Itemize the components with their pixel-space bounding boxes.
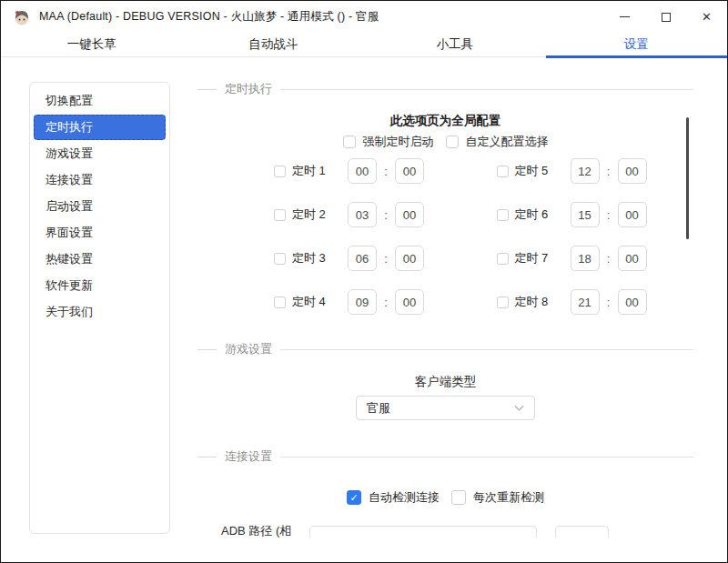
client-type-dropdown[interactable]: 官服: [356, 396, 535, 420]
timer-5-label: 定时 5: [515, 163, 571, 179]
sidebar-item-switch-config[interactable]: 切换配置: [34, 88, 166, 114]
tab-farming[interactable]: 一键长草: [1, 33, 183, 56]
timer-6-hour-input[interactable]: [571, 202, 600, 227]
section-header-connection: 连接设置: [197, 449, 693, 464]
divider: [280, 89, 693, 90]
maximize-icon: [662, 13, 671, 22]
sidebar-item-interface[interactable]: 界面设置: [34, 220, 166, 246]
timer-5-minute-input[interactable]: [618, 158, 647, 184]
force-scheduled-start-option[interactable]: 强制定时启动: [343, 134, 434, 150]
redetect-every-time-checkbox[interactable]: [451, 490, 466, 505]
timer-1-minute-input[interactable]: [395, 158, 424, 184]
timer-5-checkbox[interactable]: [497, 166, 509, 177]
timer-7-checkbox[interactable]: [497, 253, 509, 265]
sidebar-item-startup[interactable]: 启动设置: [34, 194, 166, 219]
settings-sidebar: 切换配置 定时执行 游戏设置 连接设置 启动设置 界面设置 热键设置 软件更新 …: [29, 82, 170, 534]
timer-grid: 定时 1 : 定时 5 : 定时 2 : 定时 6: [274, 158, 693, 315]
timer-3-minute-input[interactable]: [395, 246, 424, 271]
timer-4-hour-input[interactable]: [348, 289, 377, 315]
timer-row-7: 定时 7 :: [497, 246, 694, 271]
tab-tools[interactable]: 小工具: [364, 33, 546, 56]
timer-3-hour-input[interactable]: [348, 246, 377, 271]
app-logo-icon: [13, 8, 31, 26]
minimize-button[interactable]: [604, 1, 645, 33]
timer-2-checkbox[interactable]: [274, 209, 286, 221]
colon-separator: :: [377, 208, 395, 222]
colon-separator: :: [600, 165, 618, 178]
redetect-every-time-label: 每次重新检测: [473, 489, 544, 506]
colon-separator: :: [600, 252, 618, 266]
maximize-button[interactable]: [645, 1, 686, 33]
timer-3-checkbox[interactable]: [274, 253, 286, 265]
colon-separator: :: [377, 165, 395, 178]
section-title: 连接设置: [225, 448, 272, 465]
close-button[interactable]: ✕: [686, 1, 727, 33]
scrollbar-thumb[interactable]: [686, 117, 689, 239]
timer-8-hour-input[interactable]: [571, 289, 600, 315]
timer-8-minute-input[interactable]: [618, 289, 647, 315]
sidebar-item-game-settings[interactable]: 游戏设置: [34, 141, 166, 166]
timer-4-checkbox[interactable]: [274, 297, 286, 308]
global-config-note: 此选项页为全局配置: [197, 113, 693, 129]
timer-2-hour-input[interactable]: [348, 202, 377, 227]
colon-separator: :: [377, 252, 395, 266]
section-header-game: 游戏设置: [197, 342, 693, 357]
timer-option-row: 强制定时启动 自定义配置选择: [197, 135, 693, 149]
auto-detect-connection-checkbox[interactable]: [347, 490, 361, 505]
section-header-timer: 定时执行: [197, 82, 693, 96]
timer-2-minute-input[interactable]: [395, 202, 424, 227]
sidebar-item-timer[interactable]: 定时执行: [34, 115, 166, 140]
adb-path-row: ADB 路径 (相: [197, 521, 693, 538]
timer-5-hour-input[interactable]: [571, 158, 600, 184]
timer-4-minute-input[interactable]: [395, 289, 424, 315]
timer-8-checkbox[interactable]: [497, 297, 509, 308]
timer-row-6: 定时 6 :: [497, 202, 694, 227]
timer-row-2: 定时 2 :: [274, 202, 471, 227]
adb-path-input[interactable]: [309, 526, 537, 538]
main-tab-bar: 一键长草 自动战斗 小工具 设置: [1, 33, 727, 57]
timer-1-hour-input[interactable]: [348, 158, 377, 184]
timer-7-minute-input[interactable]: [618, 246, 647, 271]
colon-separator: :: [600, 296, 618, 309]
timer-2-label: 定时 2: [292, 206, 348, 223]
window-title: MAA (Default) - DEBUG VERSION - 火山旅梦 - 通…: [39, 9, 379, 25]
force-scheduled-start-checkbox[interactable]: [343, 136, 356, 148]
custom-config-select-option[interactable]: 自定义配置选择: [446, 134, 549, 150]
section-title: 定时执行: [225, 81, 272, 97]
close-icon: ✕: [702, 11, 712, 23]
custom-config-select-checkbox[interactable]: [446, 136, 459, 148]
section-title: 游戏设置: [225, 341, 272, 357]
colon-separator: :: [377, 296, 395, 309]
divider: [280, 349, 693, 350]
divider: [197, 89, 217, 90]
sidebar-item-connection[interactable]: 连接设置: [34, 167, 166, 193]
auto-detect-connection-option[interactable]: 自动检测连接: [347, 489, 440, 506]
timer-row-3: 定时 3 :: [274, 246, 471, 271]
colon-separator: :: [600, 208, 618, 222]
timer-7-hour-input[interactable]: [571, 246, 600, 271]
tab-copilot[interactable]: 自动战斗: [183, 33, 365, 56]
adb-browse-button[interactable]: [555, 526, 609, 538]
redetect-every-time-option[interactable]: 每次重新检测: [451, 489, 544, 506]
timer-4-label: 定时 4: [292, 294, 348, 310]
sidebar-item-software-update[interactable]: 软件更新: [34, 273, 166, 298]
divider: [280, 457, 693, 457]
force-scheduled-start-label: 强制定时启动: [363, 134, 434, 150]
timer-6-checkbox[interactable]: [497, 209, 509, 221]
client-type-label: 客户端类型: [197, 374, 693, 389]
adb-path-label: ADB 路径 (相: [221, 521, 309, 538]
timer-6-minute-input[interactable]: [618, 202, 647, 227]
custom-config-select-label: 自定义配置选择: [466, 134, 549, 150]
divider: [197, 457, 217, 457]
connection-option-row: 自动检测连接 每次重新检测: [197, 489, 693, 506]
title-bar[interactable]: MAA (Default) - DEBUG VERSION - 火山旅梦 - 通…: [1, 1, 727, 33]
sidebar-item-about-us[interactable]: 关于我们: [34, 299, 166, 325]
minimize-icon: [620, 16, 630, 17]
tab-settings[interactable]: 设置: [546, 33, 728, 56]
settings-content: 定时执行 此选项页为全局配置 强制定时启动 自定义配置选择 定时 1 :: [197, 57, 693, 538]
timer-row-5: 定时 5 :: [497, 158, 694, 184]
app-window: MAA (Default) - DEBUG VERSION - 火山旅梦 - 通…: [0, 0, 728, 563]
timer-1-checkbox[interactable]: [274, 166, 286, 177]
sidebar-item-hotkeys[interactable]: 热键设置: [34, 246, 166, 272]
timer-6-label: 定时 6: [515, 206, 571, 223]
